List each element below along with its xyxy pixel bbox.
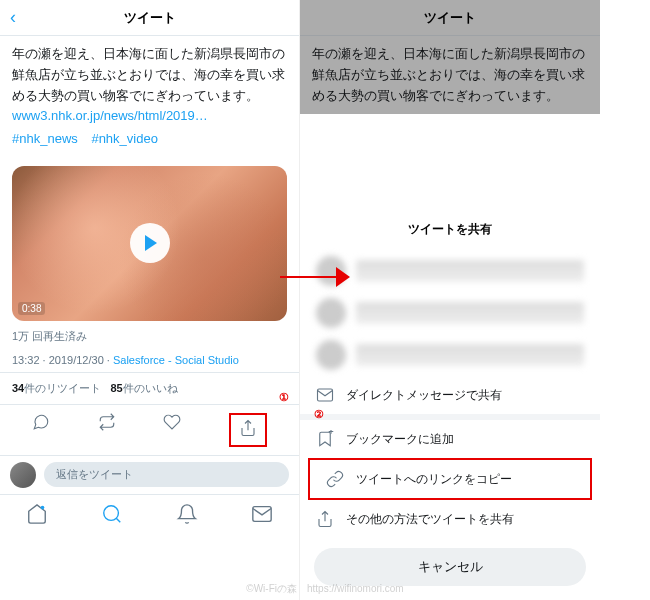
retweet-button[interactable] xyxy=(98,413,116,447)
header: ‹ ツイート xyxy=(0,0,299,36)
envelope-icon xyxy=(316,386,334,404)
copy-link-button[interactable]: ツイートへのリンクをコピー xyxy=(310,460,590,498)
bookmark-add-icon xyxy=(316,430,334,448)
messages-tab[interactable] xyxy=(251,503,273,529)
annotation-marker-2: ② xyxy=(314,408,324,421)
avatar[interactable] xyxy=(10,462,36,488)
tweet-link[interactable]: www3.nhk.or.jp/news/html/2019… xyxy=(12,108,208,123)
view-count: 1万 回再生済み xyxy=(0,325,299,348)
play-icon[interactable] xyxy=(130,223,170,263)
share-button[interactable] xyxy=(229,413,267,447)
tweet-source[interactable]: Salesforce - Social Studio xyxy=(113,354,239,366)
svg-point-1 xyxy=(104,506,119,521)
reply-input[interactable]: 返信をツイート xyxy=(44,462,289,487)
cancel-button[interactable]: キャンセル xyxy=(314,548,586,586)
tweet-text: 年の瀬を迎え、日本海に面した新潟県長岡市の鮮魚店が立ち並ぶとおりでは、海の幸を買… xyxy=(300,36,600,114)
like-button[interactable] xyxy=(163,413,181,447)
dimmed-background[interactable]: ツイート 年の瀬を迎え、日本海に面した新潟県長岡市の鮮魚店が立ち並ぶとおりでは、… xyxy=(300,0,600,114)
video-duration: 0:38 xyxy=(18,302,45,315)
hashtag[interactable]: #nhk_news xyxy=(12,131,78,146)
reply-button[interactable] xyxy=(32,413,50,447)
video-thumbnail[interactable]: 0:38 xyxy=(12,166,287,321)
share-user-row[interactable] xyxy=(300,334,600,376)
hashtag[interactable]: #nhk_video xyxy=(91,131,158,146)
other-share-button[interactable]: その他の方法でツイートを共有 xyxy=(300,500,600,538)
svg-point-0 xyxy=(41,506,45,510)
home-tab[interactable] xyxy=(26,503,48,529)
page-title: ツイート xyxy=(424,9,476,27)
share-sheet: ツイートを共有 ダイレクトメッセージで共有 ② ブックマークに追加 ツイートへの… xyxy=(300,209,600,600)
svg-rect-2 xyxy=(318,389,333,401)
hashtags: #nhk_news #nhk_video xyxy=(12,129,287,150)
share-user-row[interactable] xyxy=(300,292,600,334)
tweet-detail-panel: ‹ ツイート 年の瀬を迎え、日本海に面した新潟県長岡市の鮮魚店が立ち並ぶとおりで… xyxy=(0,0,300,600)
share-sheet-panel: ツイート 年の瀬を迎え、日本海に面した新潟県長岡市の鮮魚店が立ち並ぶとおりでは、… xyxy=(300,0,600,600)
page-title: ツイート xyxy=(124,9,176,27)
sheet-title: ツイートを共有 xyxy=(300,209,600,250)
share-icon xyxy=(316,510,334,528)
watermark: ©Wi-Fiの森 https://wifinomori.com xyxy=(246,582,403,596)
action-bar: ① xyxy=(0,405,299,455)
notifications-tab[interactable] xyxy=(176,503,198,529)
annotation-marker-1: ① xyxy=(279,391,289,404)
link-icon xyxy=(326,470,344,488)
dm-share-button[interactable]: ダイレクトメッセージで共有 xyxy=(300,376,600,414)
search-tab[interactable] xyxy=(101,503,123,529)
share-user-row[interactable] xyxy=(300,250,600,292)
tweet-text: 年の瀬を迎え、日本海に面した新潟県長岡市の鮮魚店が立ち並ぶとおりでは、海の幸を買… xyxy=(0,36,299,158)
reply-composer: 返信をツイート xyxy=(0,455,299,494)
tweet-meta: 13:32 · 2019/12/30 · Salesforce - Social… xyxy=(0,348,299,373)
tweet-stats[interactable]: 34件のリツイート 85件のいいね xyxy=(0,373,299,405)
bookmark-button[interactable]: ブックマークに追加 xyxy=(300,420,600,458)
bottom-tabbar xyxy=(0,494,299,537)
back-icon[interactable]: ‹ xyxy=(10,7,16,28)
